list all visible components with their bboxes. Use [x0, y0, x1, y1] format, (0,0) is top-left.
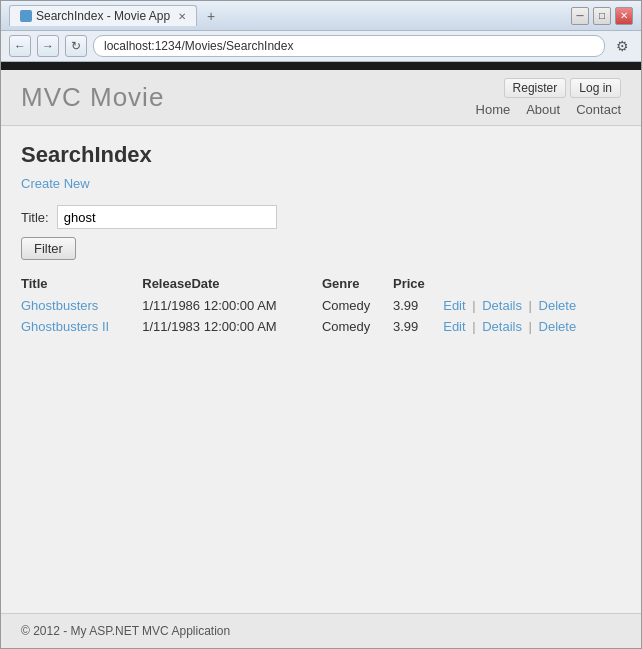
register-button[interactable]: Register — [504, 78, 567, 98]
create-new-link[interactable]: Create New — [21, 176, 90, 191]
app-logo: MVC Movie — [21, 82, 164, 113]
filter-button[interactable]: Filter — [21, 237, 76, 260]
cell-release: 1/11/1983 12:00:00 AM — [142, 316, 322, 337]
refresh-button[interactable]: ↻ — [65, 35, 87, 57]
table-body: Ghostbusters1/11/1986 12:00:00 AMComedy3… — [21, 295, 621, 337]
cell-actions: Edit | Details | Delete — [443, 295, 621, 316]
tab-close-icon[interactable]: ✕ — [178, 11, 186, 22]
tab-label: SearchIndex - Movie App — [36, 9, 170, 23]
app-topbar — [1, 62, 641, 70]
address-input[interactable] — [93, 35, 605, 57]
cell-price: 3.99 — [393, 316, 443, 337]
nav-contact[interactable]: Contact — [576, 102, 621, 117]
nav-home[interactable]: Home — [476, 102, 511, 117]
filter-label: Title: — [21, 210, 49, 225]
action-separator: | — [469, 319, 480, 334]
action-separator: | — [469, 298, 480, 313]
action-delete-link[interactable]: Delete — [539, 319, 577, 334]
title-bar: SearchIndex - Movie App ✕ + ─ □ ✕ — [1, 1, 641, 31]
movie-title-link[interactable]: Ghostbusters — [21, 298, 98, 313]
col-actions — [443, 272, 621, 295]
cell-release: 1/11/1986 12:00:00 AM — [142, 295, 322, 316]
app-main: SearchIndex Create New Title: Filter Tit… — [1, 126, 641, 613]
app-frame: MVC Movie Register Log in Home About Con… — [1, 62, 641, 648]
back-button[interactable]: ← — [9, 35, 31, 57]
filter-row: Title: — [21, 205, 621, 229]
action-details-link[interactable]: Details — [482, 319, 522, 334]
cell-genre: Comedy — [322, 316, 393, 337]
action-separator: | — [525, 298, 536, 313]
movie-title-link[interactable]: Ghostbusters II — [21, 319, 109, 334]
filter-input[interactable] — [57, 205, 277, 229]
title-bar-left: SearchIndex - Movie App ✕ + — [9, 5, 219, 26]
col-title: Title — [21, 272, 142, 295]
col-price: Price — [393, 272, 443, 295]
footer-copyright: © 2012 - My ASP.NET MVC Application — [21, 624, 230, 638]
action-separator: | — [525, 319, 536, 334]
maximize-button[interactable]: □ — [593, 7, 611, 25]
cell-price: 3.99 — [393, 295, 443, 316]
action-edit-link[interactable]: Edit — [443, 319, 465, 334]
tab-favicon — [20, 10, 32, 22]
window-controls: ─ □ ✕ — [571, 7, 633, 25]
nav-links: Home About Contact — [476, 102, 621, 117]
page-title: SearchIndex — [21, 142, 621, 168]
browser-tab[interactable]: SearchIndex - Movie App ✕ — [9, 5, 197, 26]
address-bar-row: ← → ↻ ⚙ — [1, 31, 641, 62]
cell-genre: Comedy — [322, 295, 393, 316]
forward-button[interactable]: → — [37, 35, 59, 57]
col-release: ReleaseDate — [142, 272, 322, 295]
browser-window: SearchIndex - Movie App ✕ + ─ □ ✕ ← → ↻ … — [0, 0, 642, 649]
action-edit-link[interactable]: Edit — [443, 298, 465, 313]
table-row: Ghostbusters1/11/1986 12:00:00 AMComedy3… — [21, 295, 621, 316]
header-right: Register Log in Home About Contact — [476, 78, 621, 117]
auth-buttons: Register Log in — [504, 78, 621, 98]
cell-title: Ghostbusters — [21, 295, 142, 316]
login-button[interactable]: Log in — [570, 78, 621, 98]
table-head: Title ReleaseDate Genre Price — [21, 272, 621, 295]
settings-icon[interactable]: ⚙ — [611, 35, 633, 57]
minimize-button[interactable]: ─ — [571, 7, 589, 25]
app-header: MVC Movie Register Log in Home About Con… — [1, 70, 641, 126]
new-tab-button[interactable]: + — [203, 8, 219, 24]
action-details-link[interactable]: Details — [482, 298, 522, 313]
table-header-row: Title ReleaseDate Genre Price — [21, 272, 621, 295]
action-delete-link[interactable]: Delete — [539, 298, 577, 313]
close-button[interactable]: ✕ — [615, 7, 633, 25]
cell-actions: Edit | Details | Delete — [443, 316, 621, 337]
movie-table: Title ReleaseDate Genre Price Ghostbuste… — [21, 272, 621, 337]
table-row: Ghostbusters II1/11/1983 12:00:00 AMCome… — [21, 316, 621, 337]
nav-about[interactable]: About — [526, 102, 560, 117]
col-genre: Genre — [322, 272, 393, 295]
cell-title: Ghostbusters II — [21, 316, 142, 337]
app-footer: © 2012 - My ASP.NET MVC Application — [1, 613, 641, 648]
